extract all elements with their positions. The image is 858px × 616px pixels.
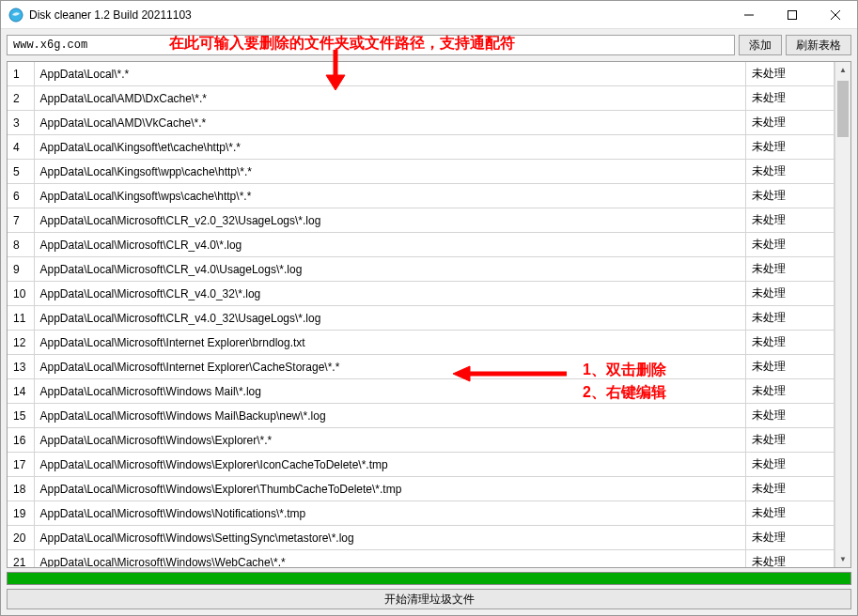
row-index: 1	[8, 62, 34, 86]
table-row[interactable]: 20AppData\Local\Microsoft\Windows\Settin…	[8, 526, 835, 550]
row-path: AppData\Local\Microsoft\Windows\Explorer…	[34, 428, 746, 453]
progress-bar	[7, 572, 851, 585]
row-status: 未处理	[746, 160, 835, 184]
row-index: 9	[8, 257, 34, 282]
toolbar: 添加 刷新表格	[1, 29, 857, 61]
scroll-up-button[interactable]: ▲	[835, 62, 850, 78]
table-row[interactable]: 21AppData\Local\Microsoft\Windows\WebCac…	[8, 550, 835, 568]
table-row[interactable]: 18AppData\Local\Microsoft\Windows\Explor…	[8, 477, 835, 501]
row-index: 21	[8, 550, 34, 568]
row-index: 20	[8, 526, 34, 550]
app-window: Disk cleaner 1.2 Build 20211103 添加 刷新表格 …	[0, 0, 858, 616]
add-button[interactable]: 添加	[739, 35, 782, 55]
row-status: 未处理	[746, 86, 835, 111]
vertical-scrollbar[interactable]: ▲ ▼	[835, 62, 850, 567]
refresh-button[interactable]: 刷新表格	[786, 35, 851, 55]
row-index: 11	[8, 306, 34, 331]
titlebar: Disk cleaner 1.2 Build 20211103	[1, 1, 857, 29]
table-row[interactable]: 6AppData\Local\Kingsoft\wps\cache\http\*…	[8, 184, 835, 208]
row-status: 未处理	[746, 257, 835, 282]
row-path: AppData\Local\Microsoft\CLR_v4.0\*.log	[34, 233, 746, 257]
row-index: 3	[8, 111, 34, 135]
start-clean-button[interactable]: 开始清理垃圾文件	[7, 589, 851, 609]
table-row[interactable]: 17AppData\Local\Microsoft\Windows\Explor…	[8, 453, 835, 477]
row-status: 未处理	[746, 453, 835, 477]
row-status: 未处理	[746, 550, 835, 568]
row-path: AppData\Local\Microsoft\Windows\Notifica…	[34, 501, 746, 526]
table-row[interactable]: 5AppData\Local\Kingsoft\wpp\cache\http\*…	[8, 160, 835, 184]
row-index: 10	[8, 282, 34, 306]
row-status: 未处理	[746, 477, 835, 501]
row-path: AppData\Local\AMD\DxCache\*.*	[34, 86, 746, 111]
row-path: AppData\Local\Microsoft\CLR_v4.0_32\*.lo…	[34, 282, 746, 306]
row-index: 17	[8, 453, 34, 477]
scroll-thumb[interactable]	[837, 81, 849, 137]
row-path: AppData\Local\Microsoft\CLR_v4.0_32\Usag…	[34, 306, 746, 331]
row-path: AppData\Local\Kingsoft\et\cache\http\*.*	[34, 135, 746, 160]
row-index: 7	[8, 208, 34, 233]
row-path: AppData\Local\Microsoft\Internet Explore…	[34, 331, 746, 355]
table-row[interactable]: 15AppData\Local\Microsoft\Windows Mail\B…	[8, 404, 835, 428]
app-icon	[8, 8, 23, 23]
close-button[interactable]	[814, 1, 857, 29]
row-path: AppData\Local\Microsoft\Windows\Explorer…	[34, 477, 746, 501]
table-row[interactable]: 16AppData\Local\Microsoft\Windows\Explor…	[8, 428, 835, 453]
row-path: AppData\Local\Kingsoft\wps\cache\http\*.…	[34, 184, 746, 208]
table-row[interactable]: 19AppData\Local\Microsoft\Windows\Notifi…	[8, 501, 835, 526]
row-path: AppData\Local\Microsoft\CLR_v4.0\UsageLo…	[34, 257, 746, 282]
row-status: 未处理	[746, 526, 835, 550]
row-status: 未处理	[746, 428, 835, 453]
row-path: AppData\Local\Microsoft\CLR_v2.0_32\Usag…	[34, 208, 746, 233]
table-row[interactable]: 14AppData\Local\Microsoft\Windows Mail\*…	[8, 379, 835, 404]
row-status: 未处理	[746, 62, 835, 86]
row-index: 16	[8, 428, 34, 453]
row-index: 6	[8, 184, 34, 208]
table-row[interactable]: 4AppData\Local\Kingsoft\et\cache\http\*.…	[8, 135, 835, 160]
table-row[interactable]: 7AppData\Local\Microsoft\CLR_v2.0_32\Usa…	[8, 208, 835, 233]
row-index: 15	[8, 404, 34, 428]
row-status: 未处理	[746, 501, 835, 526]
row-index: 18	[8, 477, 34, 501]
row-path: AppData\Local\Microsoft\Windows Mail\Bac…	[34, 404, 746, 428]
row-status: 未处理	[746, 306, 835, 331]
row-status: 未处理	[746, 111, 835, 135]
scroll-down-button[interactable]: ▼	[835, 551, 850, 567]
maximize-button[interactable]	[771, 1, 814, 29]
row-status: 未处理	[746, 355, 835, 379]
table-row[interactable]: 8AppData\Local\Microsoft\CLR_v4.0\*.log未…	[8, 233, 835, 257]
table-row[interactable]: 11AppData\Local\Microsoft\CLR_v4.0_32\Us…	[8, 306, 835, 331]
row-index: 5	[8, 160, 34, 184]
window-controls	[727, 1, 857, 29]
row-status: 未处理	[746, 184, 835, 208]
table-row[interactable]: 13AppData\Local\Microsoft\Internet Explo…	[8, 355, 835, 379]
rules-table: 1AppData\Local\*.*未处理2AppData\Local\AMD\…	[8, 62, 835, 567]
row-status: 未处理	[746, 233, 835, 257]
row-path: AppData\Local\Microsoft\Windows\Explorer…	[34, 453, 746, 477]
row-path: AppData\Local\Kingsoft\wpp\cache\http\*.…	[34, 160, 746, 184]
path-input[interactable]	[7, 35, 735, 55]
row-index: 4	[8, 135, 34, 160]
row-index: 8	[8, 233, 34, 257]
row-index: 12	[8, 331, 34, 355]
row-path: AppData\Local\Microsoft\Internet Explore…	[34, 355, 746, 379]
table-row[interactable]: 9AppData\Local\Microsoft\CLR_v4.0\UsageL…	[8, 257, 835, 282]
row-index: 2	[8, 86, 34, 111]
minimize-button[interactable]	[727, 1, 771, 29]
svg-rect-3	[788, 10, 797, 19]
row-index: 19	[8, 501, 34, 526]
table-row[interactable]: 1AppData\Local\*.*未处理	[8, 62, 835, 86]
row-index: 14	[8, 379, 34, 404]
row-path: AppData\Local\Microsoft\Windows\SettingS…	[34, 526, 746, 550]
table-row[interactable]: 12AppData\Local\Microsoft\Internet Explo…	[8, 331, 835, 355]
table-row[interactable]: 2AppData\Local\AMD\DxCache\*.*未处理	[8, 86, 835, 111]
row-status: 未处理	[746, 379, 835, 404]
row-status: 未处理	[746, 135, 835, 160]
window-title: Disk cleaner 1.2 Build 20211103	[29, 8, 727, 22]
row-status: 未处理	[746, 331, 835, 355]
table-row[interactable]: 10AppData\Local\Microsoft\CLR_v4.0_32\*.…	[8, 282, 835, 306]
table-row[interactable]: 3AppData\Local\AMD\VkCache\*.*未处理	[8, 111, 835, 135]
row-path: AppData\Local\Microsoft\Windows Mail\*.l…	[34, 379, 746, 404]
row-status: 未处理	[746, 282, 835, 306]
row-index: 13	[8, 355, 34, 379]
row-path: AppData\Local\*.*	[34, 62, 746, 86]
